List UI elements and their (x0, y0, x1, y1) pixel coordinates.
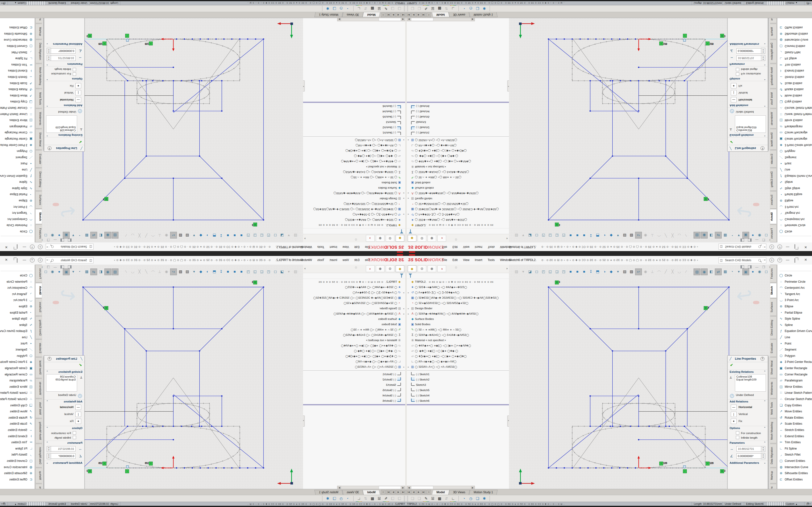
flyout-item-copy-entities[interactable]: ❏Copy Entities (777, 99, 812, 105)
flyout-item-parallelogram[interactable]: ▱Parallelogram (0, 377, 35, 383)
tree-row[interactable]: (-) Sketch5 (303, 114, 405, 119)
flyout-item-stretch-entities[interactable]: ↔Stretch Entities (0, 427, 35, 433)
checkbox-for-construction[interactable]: For construction (736, 72, 766, 76)
headsup-icon[interactable]: ◠ (656, 269, 662, 275)
headsup-icon[interactable]: ◻ (534, 232, 540, 238)
angle-spinner[interactable]: ▲▼ (47, 48, 51, 54)
headsup-icon[interactable]: ◉ (163, 269, 170, 275)
headsup-icon[interactable]: ⊥ (649, 232, 655, 238)
search-dropdown-icon[interactable]: ▾ (47, 246, 49, 248)
command-tab-sketch[interactable]: Sketch (35, 283, 42, 298)
flyout-item-line[interactable]: ╱Line (777, 167, 812, 173)
rollback-bar[interactable] (407, 102, 509, 103)
tree-row[interactable]: Σ◯ ƼƧИɅ◉∘✤AU¤Ɛ◯ ∘◯ Ɛ¤UA✤∘◉ɅИƼƧ◯ (303, 169, 405, 175)
tree-row[interactable]: Σ◯ ƼƧИɅ◉∘✤AU¤Ɛ◯ ∘◯ Ɛ¤UA✤∘◉ɅИƼƧ◯ (407, 169, 509, 175)
propertymanager-tab[interactable]: ⚙︎ (418, 265, 426, 272)
headsup-icon[interactable]: ▾ (70, 269, 77, 275)
flyout-item-offset-entities[interactable]: ⊏Offset Entities (777, 24, 812, 31)
command-tab-mold-tools[interactable]: Mold Tools (35, 89, 42, 108)
add-relation-horizontal[interactable]: —Horizontal (730, 97, 766, 103)
flyout-item-circle[interactable]: ◯Circle (777, 229, 812, 235)
headsup-icon[interactable]: ◔ (77, 232, 83, 238)
doc-minimize-icon[interactable]: — (54, 238, 57, 242)
checkbox-infinite-length[interactable]: Infinite length (46, 68, 76, 71)
command-tab-mesh-modeling[interactable]: Mesh Modeling (35, 64, 42, 89)
add-relation-vertical[interactable]: |Vertical (46, 411, 82, 417)
pin-icon[interactable]: ✑ (307, 258, 310, 262)
flyout-item-extend-entities[interactable]: ⊦Extend Entities (777, 433, 812, 439)
relation-item[interactable]: Collinear108 (48, 375, 75, 378)
headsup-icon[interactable]: ▤ (621, 232, 628, 238)
tree-row[interactable]: Σ◯ ƼƧИɅ◉∘✤AU¤Ɛ◯ ∘◯ Ɛ¤UA✤∘◉ɅИƼƧ◯ (407, 332, 509, 338)
relations-listbox[interactable]: Collinear108Equal length109 (46, 374, 77, 392)
displaymanager-tab[interactable]: ◑ (438, 265, 446, 272)
headsup-icon[interactable]: ╱ (143, 232, 149, 238)
checkbox-for-construction[interactable]: For construction (736, 431, 766, 435)
flyout-item-point[interactable]: ▪Point (777, 161, 812, 167)
configurationmanager-tab[interactable]: ⊕ (427, 265, 436, 272)
headsup-icon[interactable]: ▤ (292, 232, 299, 238)
command-tab-surfaces[interactable]: Surfaces (770, 298, 777, 316)
tree-row[interactable]: ▸↺◯ Λ∗◉✤ƼƧ∘Ʒ◯ ∘◯ Ʒ∘ƼƧ✤◉∗Λ◯ (303, 290, 405, 295)
collinear-badge[interactable]: ∕ (683, 34, 687, 38)
menu-tools[interactable]: Tools (488, 245, 495, 249)
additional-parameters-header[interactable]: Additional Parameters⌄ (728, 42, 768, 46)
parameters-header[interactable]: Parameters⌃ (44, 62, 84, 66)
selected-endpoint-handle[interactable] (126, 39, 129, 42)
bottom-toolbar-icon[interactable]: ◔ (461, 6, 467, 11)
command-tab-mesh-modeling[interactable]: Mesh Modeling (35, 418, 42, 443)
headsup-icon[interactable]: ◻ (763, 269, 769, 275)
command-tab-surfaces[interactable]: Surfaces (35, 298, 42, 316)
flyout-item-fit-spline[interactable]: ∟Fit Spline (0, 445, 35, 451)
configurationmanager-tab[interactable]: ⊕ (376, 235, 385, 242)
doc-minimize-icon[interactable]: — (54, 265, 57, 269)
close-button[interactable]: ✕ (804, 245, 807, 249)
flyout-item-silhouette-entities[interactable]: ⊛Silhouette Entities (0, 470, 35, 476)
flyout-item-circle[interactable]: ◯Circle (777, 272, 812, 278)
flyout-item-line[interactable]: ╱Line (0, 167, 35, 173)
add-relations-header[interactable]: Add Relations⌃ (728, 104, 768, 108)
add-relation-horizontal[interactable]: —Horizontal (46, 404, 82, 410)
relation-badge[interactable]: ⊡3 (87, 469, 92, 473)
flyout-item-equation-driven-curve[interactable]: ƒEquation Driven Curve (777, 173, 812, 179)
relation-badge[interactable]: ⊡3 (704, 198, 709, 201)
selected-endpoint-handle[interactable] (683, 39, 686, 42)
headsup-icon[interactable]: ◠ (150, 232, 156, 238)
checkbox-infinite-length[interactable]: Infinite length (736, 436, 766, 439)
tree-row[interactable]: ◆Surface Bodies (407, 316, 509, 322)
menu-edit[interactable]: Edit (354, 258, 360, 262)
additional-parameters-header[interactable]: Additional Parameters⌄ (44, 42, 84, 46)
tree-row[interactable]: ▸▨◯ ƼƧƐИɅ∩Ʌ+◯ ∘◯ +Ʌ∩ɅИƐƼƧ◯ (407, 137, 509, 143)
featuremanager-tab[interactable]: ◆ (408, 265, 416, 272)
headsup-icon[interactable]: ◡ (676, 232, 682, 238)
headsup-icon[interactable]: ↩ (170, 269, 177, 275)
parameters-header[interactable]: Parameters⌃ (44, 441, 84, 445)
headsup-icon[interactable]: ▾ (70, 232, 77, 238)
tree-row[interactable]: Σ◯ ƼƧИɅ◉∘✤AU¤Ɛ◯ ∘◯ Ɛ¤UA✤∘◉ɅИƼƧ◯ (303, 332, 405, 338)
tree-row[interactable]: ▱◯ ✤ИɅ◉∗+◯ ∗◉[◯ ∘◯ ]◉∗ ◯+∗◉ɅИ✤◯ (303, 159, 405, 164)
flyout-item-3-point-arc[interactable]: ◡3 Point Arc (777, 204, 812, 210)
menu-insert[interactable]: Insert (475, 258, 483, 262)
tree-row[interactable]: ◔◯ ƼƧ∗◉ƼƧИɅƐƼƧ◯ ∘◯ ƼƧƐɅИƼƧ◉∗ƼƧ◯ (407, 201, 509, 207)
command-tab-data-migration[interactable]: Data Migration (35, 444, 42, 467)
tree-row[interactable]: (-) Sketch5 (303, 388, 405, 393)
command-tab-mold-tools[interactable]: Mold Tools (770, 89, 777, 108)
panel-expand-chevron[interactable]: › (507, 237, 507, 240)
help-icon[interactable]: ? (30, 244, 35, 249)
tree-row[interactable]: ◆Surface Bodies (303, 316, 405, 322)
relation-item[interactable]: Equal length109 (737, 378, 764, 381)
headsup-icon[interactable]: ▣ (743, 269, 749, 275)
command-tab-surfaces[interactable]: Surfaces (35, 191, 42, 209)
flyout-item-mirror-entities[interactable]: ◫Mirror Entities (0, 117, 35, 123)
bottom-toolbar-icon[interactable]: ❏ (416, 496, 422, 501)
flyout-item-circular-sketch-pattern[interactable]: ∴Circular Sketch Pattern (777, 396, 812, 402)
collapse-right-icon[interactable] (748, 265, 752, 269)
scroll-right-arrow[interactable]: ▶ (337, 18, 341, 21)
headsup-icon[interactable]: ◔ (729, 269, 735, 275)
length-field[interactable]: 10.88152731 (737, 56, 761, 61)
flyout-item-sketch-fillet[interactable]: ◞Sketch Fillet (777, 50, 812, 56)
scroll-left-arrow[interactable]: ◀ (401, 18, 405, 21)
length-spinner[interactable]: ▲▼ (47, 55, 51, 61)
pin-icon[interactable]: ✑ (307, 245, 310, 249)
command-tab-markup[interactable]: Markup (770, 468, 777, 483)
